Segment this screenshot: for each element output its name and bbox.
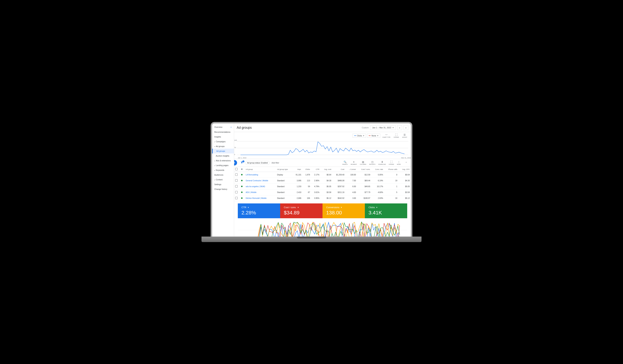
row-checkbox[interactable]: [235, 197, 238, 199]
date-range-mode-label: Custom: [362, 126, 369, 129]
sidebar-item-landing-pages[interactable]: ▸Landing pages: [212, 163, 234, 168]
ad-group-link[interactable]: adu los angeles | SKAG: [246, 185, 265, 187]
kpi-value: 3.41K: [369, 210, 403, 216]
col-header[interactable]: Phone calls: [384, 167, 399, 172]
kpi-value: 2.28%: [242, 210, 276, 216]
bottom-chart-svg: [238, 218, 407, 237]
sidebar-item-label: Ad groups: [216, 150, 225, 152]
expand-button[interactable]: ⛶EXPAND: [387, 160, 396, 165]
status-dot-icon: [241, 192, 243, 193]
add-filter-button[interactable]: Add filter: [271, 162, 279, 164]
more-icon: ⋮: [398, 161, 400, 163]
sidebar-item-label: Content: [216, 179, 222, 181]
sidebar-item-auction-insights[interactable]: Auction insights: [212, 153, 234, 158]
col-header[interactable]: Cost: [333, 167, 346, 172]
col-header[interactable]: Conv. rate: [371, 167, 384, 172]
collapse-button[interactable]: ⌃: [404, 161, 408, 165]
sidebar-item-change-history[interactable]: Change history: [212, 187, 234, 192]
sidebar-item-campaigns[interactable]: ▸Campaigns: [212, 139, 234, 144]
sidebar-item-settings[interactable]: Settings: [212, 182, 234, 187]
sidebar-item-ad-groups[interactable]: ▾Ad groups: [212, 144, 234, 149]
status-dot-icon: [241, 180, 243, 181]
download-button[interactable]: ⬇DOWNLOAD: [377, 160, 387, 165]
col-header[interactable]: CTR: [311, 167, 320, 172]
date-prev-button[interactable]: ‹: [397, 125, 402, 130]
sidebar-item-label: Ads & extensions: [216, 160, 231, 162]
chevron-icon: ▸: [214, 160, 215, 162]
col-header[interactable]: [240, 167, 245, 172]
sidebar-item-keywords[interactable]: ▸Keywords: [212, 168, 234, 172]
sidebar-item-label: Recommendations: [214, 131, 230, 133]
col-header[interactable]: Impr.: [292, 167, 302, 172]
y-tick-70: 70: [234, 147, 236, 148]
page-title: Ad groups: [237, 126, 252, 130]
sidebar-item-insights[interactable]: Insights: [212, 134, 234, 139]
sidebar-item-audiences[interactable]: Audiences: [212, 172, 234, 177]
add-ad-group-button[interactable]: +: [234, 160, 237, 165]
status-header-icon: [241, 168, 243, 170]
kpi-card-clicks[interactable]: Clicks ▼3.41K: [365, 203, 407, 218]
date-range-text: Jan 1 – Mar 31, 2022: [372, 126, 391, 129]
table-row: ADU | MobileStandard2,410873.61%$3.58$31…: [234, 189, 411, 195]
top-chart: 140 70 0 Jan 1, 2022 Mar 31, 2022: [234, 139, 411, 159]
search-button[interactable]: 🔍SEARCH: [341, 160, 349, 165]
adjust-button[interactable]: ☰ADJUST: [401, 133, 408, 138]
row-checkbox[interactable]: [235, 191, 238, 193]
main-content: Ad groups Custom Jan 1 – Mar 31, 2022 ▼ …: [234, 123, 411, 237]
swatch-blue-icon: [354, 136, 356, 136]
swatch-red-icon: [369, 136, 371, 136]
expand-chart-button[interactable]: ⛶EXPAND: [393, 133, 400, 138]
bottom-chart: [234, 218, 411, 237]
sidebar-item-ads-extensions[interactable]: ▸Ads & extensions: [212, 158, 234, 163]
sidebar-item-label: Insights: [214, 136, 221, 138]
col-header[interactable]: Avg. cost: [320, 167, 333, 172]
filter-button[interactable]: 1: [240, 161, 243, 165]
metric1-select[interactable]: Clicks ▼: [353, 134, 366, 138]
columns-button[interactable]: ▥COLUMNS: [358, 160, 368, 165]
sidebar-item-label: Auction insights: [216, 155, 229, 157]
status-filter-chip[interactable]: Ad group status: Enabled: [245, 161, 270, 165]
col-header[interactable]: Avg. CPC: [399, 167, 411, 172]
col-header[interactable]: Ad group: [245, 167, 276, 172]
sidebar-item-recommendations[interactable]: Recommendations: [212, 130, 234, 134]
ad-group-link[interactable]: LA Remodeling: [246, 174, 258, 176]
chevron-icon: ▸: [214, 170, 215, 171]
col-header[interactable]: Ad group type: [276, 167, 292, 172]
col-header[interactable]: ↓ Conver: [345, 167, 357, 172]
row-checkbox[interactable]: [235, 173, 238, 176]
ad-group-link[interactable]: ADU | Mobile: [246, 191, 257, 193]
table-row: Kitchen Remodel | MobileStandard2,686106…: [234, 195, 411, 201]
kpi-label: Clicks ▼: [369, 206, 403, 209]
kpi-card-conversions[interactable]: Conversions ▼138.00: [322, 203, 365, 218]
col-header[interactable]: Cost / conv.: [357, 167, 371, 172]
reports-button[interactable]: ◫REPORTS: [368, 160, 377, 165]
chart-type-button[interactable]: 〰CHART TYPE: [381, 133, 392, 138]
kpi-card-ctr[interactable]: CTR ▼2.28%: [238, 203, 280, 218]
segment-icon: ≡: [353, 161, 355, 163]
col-header[interactable]: [234, 167, 240, 172]
y-tick-0: 0: [234, 154, 235, 155]
sidebar-item-ad-groups[interactable]: Ad groups: [212, 149, 234, 153]
sidebar-item-content[interactable]: ▸Content: [212, 177, 234, 182]
sidebar-item-label: Campaigns: [216, 141, 225, 143]
ad-group-link[interactable]: Kitchen Remodel | Mobile: [246, 197, 267, 199]
row-checkbox[interactable]: [235, 185, 238, 187]
select-all-checkbox[interactable]: [235, 168, 238, 170]
reports-icon: ◫: [371, 161, 374, 163]
sidebar-item-overview[interactable]: Overview⌂: [212, 124, 234, 130]
kpi-card-cost-conv-[interactable]: Cost / conv. ▼$34.89: [280, 203, 322, 218]
col-header[interactable]: Clicks: [302, 167, 311, 172]
sidebar-item-label: Change history: [214, 188, 227, 190]
date-next-button[interactable]: ›: [403, 125, 408, 130]
sidebar-item-label: Keywords: [216, 169, 224, 171]
metric2-select[interactable]: None ▼: [367, 134, 380, 138]
chevron-icon: ▸: [214, 179, 215, 181]
row-checkbox[interactable]: [235, 179, 238, 182]
caret-down-icon: ▼: [392, 127, 394, 128]
date-range-picker[interactable]: Jan 1 – Mar 31, 2022 ▼: [370, 125, 396, 130]
segment-button[interactable]: ≡SEGMENT: [349, 160, 358, 165]
ad-group-link[interactable]: General Contractor | Mobile: [246, 180, 268, 182]
more-button[interactable]: ⋮MORE: [396, 160, 402, 165]
sidebar-item-label: Audiences: [214, 174, 223, 176]
sort-desc-icon: ↓: [349, 168, 350, 170]
